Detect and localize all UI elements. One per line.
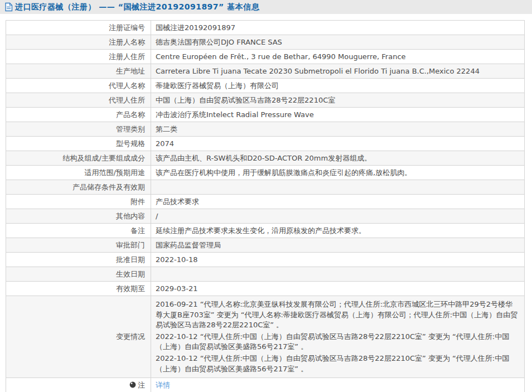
row-value-text: 国械注进20192091897 [156,23,235,32]
table-row: 批准日期2022-10-18 [6,253,525,267]
table-row: 适用范围/预期用途该产品在医疗机构中使用，用于缓解肌筋膜激痛点和炎症引起的疼痛,… [6,166,525,180]
row-label: 附件 [6,195,151,209]
row-label-text: 型号规格 [116,139,145,148]
detail-link[interactable]: 详情 [156,381,170,389]
row-label: 变更情况 [6,296,151,378]
page-title: 进口医疗器械（注册） —— “国械注进20192091897” 基本信息 [15,2,259,12]
row-label-text: 审批部门 [116,241,145,249]
row-label-text: 产品名称 [116,110,145,119]
row-label-text: 有效期至 [116,284,145,293]
row-value: 该产品由主机、R-SW机头和D20-SD-ACTOR 20mm发射器组成。 [151,151,525,166]
row-label: 代理人名称 [6,79,151,93]
table-row: 附件产品技术要求 [6,195,525,209]
row-value-text: 国家药品监督管理局 [156,241,221,249]
row-label-text: 批准日期 [116,255,145,264]
row-value: 蒂捷欧医疗器械贸易（上海）有限公司 [151,79,525,93]
change-record: 2022-10-12 “代理人住所:中国（上海）自由贸易试验区马吉路28号22层… [156,331,519,353]
row-label: 代理人住所 [6,93,151,108]
table-row: 注详情 [6,378,525,392]
row-label-text: 注册人名称 [109,38,145,46]
row-label-text: 附件 [130,197,145,206]
row-value: 第二类 [151,122,525,137]
row-label-text: 代理人住所 [109,96,145,104]
row-label: 有效期至 [6,282,151,296]
row-value-text: 德吉奥法国有限公司DJO FRANCE SAS [156,38,282,46]
note-dot-icon [129,381,136,390]
row-label-text: 产品储存条件及有效期 [72,183,145,191]
row-label-text: 注册人住所 [109,52,145,61]
row-label-text: 变更情况 [116,332,145,341]
row-value: 详情 [151,378,525,392]
row-value: 该产品在医疗机构中使用，用于缓解肌筋膜激痛点和炎症引起的疼痛,放松肌肉。 [151,166,525,180]
row-value: 2029-03-21 [151,282,525,296]
row-value-text: 延续注册产品技术要求未发生变化，沿用原核发的产品技术要求。 [156,226,366,235]
row-value [151,267,525,282]
row-label: 备注 [6,224,151,238]
row-label-text: 结构及组成/主要组成成分 [63,154,145,162]
row-label: 型号规格 [6,137,151,151]
row-label-text: 注 [138,381,145,389]
row-value-text: Centre Européen de Frêt., 3 rue de Betha… [156,52,406,61]
row-value-text: 蒂捷欧医疗器械贸易（上海）有限公司 [156,81,279,90]
row-label: 管理类别 [6,122,151,137]
row-label: 批准日期 [6,253,151,267]
row-label: 注册证编号 [6,21,151,35]
row-value: 中国（上海）自由贸易试验区马吉路28号22层2210C室 [151,93,525,108]
row-label: 其他内容 [6,209,151,224]
table-row: 审批部门国家药品监督管理局 [6,238,525,253]
row-value-text: Carretera Libre Ti juana Tecate 20230 Su… [156,67,480,75]
row-value: 国械注进20192091897 [151,21,525,35]
table-row: 结构及组成/主要组成成分该产品由主机、R-SW机头和D20-SD-ACTOR 2… [6,151,525,166]
row-value-text: 该产品由主机、R-SW机头和D20-SD-ACTOR 20mm发射器组成。 [156,154,371,162]
row-value-text: 第二类 [156,125,177,133]
row-label-text: 适用范围/预期用途 [85,168,145,177]
table-row: 代理人名称蒂捷欧医疗器械贸易（上海）有限公司 [6,79,525,93]
row-value: 德吉奥法国有限公司DJO FRANCE SAS [151,35,525,50]
table-row: 产品名称冲击波治疗系统Intelect Radial Pressure Wave [6,108,525,122]
table-wrap: 注册证编号国械注进20192091897注册人名称德吉奥法国有限公司DJO FR… [6,20,525,392]
row-value: Centre Européen de Frêt., 3 rue de Betha… [151,50,525,64]
change-record: 2022-10-12 “代理人住所:中国（上海）自由贸易试验区马吉路28号22层… [156,353,519,375]
row-label: 产品名称 [6,108,151,122]
table-row: 注册人名称德吉奥法国有限公司DJO FRANCE SAS [6,35,525,50]
row-value: 2016-09-21 “代理人名称:北京美亚纵科技发展有限公司；代理人住所:北京… [151,296,525,378]
row-label: 适用范围/预期用途 [6,166,151,180]
table-row: 生产地址Carretera Libre Ti juana Tecate 2023… [6,64,525,79]
row-label-text: 生效日期 [116,270,145,278]
row-value-text: 产品技术要求 [156,197,199,206]
row-value-text: 2029-03-21 [156,284,198,293]
row-label-text: 其他内容 [116,212,145,220]
row-label: 注册人名称 [6,35,151,50]
row-label: 生产地址 [6,64,151,79]
table-row: 其他内容/ [6,209,525,224]
table-row: 备注延续注册产品技术要求未发生变化，沿用原核发的产品技术要求。 [6,224,525,238]
row-label-text: 代理人名称 [109,81,145,90]
row-value: 冲击波治疗系统Intelect Radial Pressure Wave [151,108,525,122]
table-row: 生效日期 [6,267,525,282]
row-label: 结构及组成/主要组成成分 [6,151,151,166]
row-value: 延续注册产品技术要求未发生变化，沿用原核发的产品技术要求。 [151,224,525,238]
table-row: 注册人住所Centre Européen de Frêt., 3 rue de … [6,50,525,64]
title-bar: 进口医疗器械（注册） —— “国械注进20192091897” 基本信息 [0,0,532,14]
table-row: 型号规格2074 [6,137,525,151]
row-value-text: 冲击波治疗系统Intelect Radial Pressure Wave [156,110,314,119]
row-label-text: 管理类别 [116,125,145,133]
row-label: 产品储存条件及有效期 [6,180,151,195]
row-label: 生效日期 [6,267,151,282]
row-value-text: 2022-10-18 [156,255,198,264]
change-record: 2016-09-21 “代理人名称:北京美亚纵科技发展有限公司；代理人住所:北京… [156,299,519,331]
row-value [151,180,525,195]
table-row: 有效期至2029-03-21 [6,282,525,296]
table-row: 代理人住所中国（上海）自由贸易试验区马吉路28号22层2210C室 [6,93,525,108]
row-value-text: 2074 [156,139,174,148]
row-value: Carretera Libre Ti juana Tecate 20230 Su… [151,64,525,79]
info-table: 注册证编号国械注进20192091897注册人名称德吉奥法国有限公司DJO FR… [6,20,525,392]
row-label-text: 生产地址 [116,67,145,75]
row-value-text: 中国（上海）自由贸易试验区马吉路28号22层2210C室 [156,96,335,104]
row-value: / [151,209,525,224]
table-row: 管理类别第二类 [6,122,525,137]
row-label: 审批部门 [6,238,151,253]
row-value-text: 该产品在医疗机构中使用，用于缓解肌筋膜激痛点和炎症引起的疼痛,放松肌肉。 [156,168,412,177]
row-label: 注 [6,378,151,392]
page: 进口医疗器械（注册） —— “国械注进20192091897” 基本信息 注册证… [0,0,532,392]
